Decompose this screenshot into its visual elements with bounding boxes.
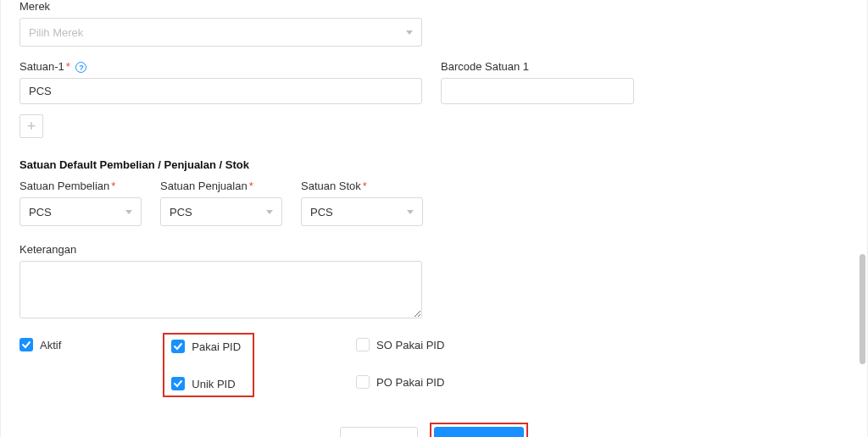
chevron-down-icon [266,210,273,214]
section-defaults-title: Satuan Default Pembelian / Penjualan / S… [19,158,849,171]
po-pakai-pid-checkbox-item[interactable]: PO Pakai PID [356,375,444,389]
pakai-pid-checkbox [171,340,185,353]
chevron-down-icon [406,30,413,35]
chevron-down-icon [407,210,414,214]
save-button-highlight: Simpan [430,423,528,437]
unik-pid-checkbox-item[interactable]: Unik PID [171,377,241,390]
po-pakai-pid-checkbox [356,375,370,389]
satuan1-label: Satuan-1* ? [19,60,422,73]
barcode1-input[interactable] [441,78,634,104]
merek-placeholder: Pilih Merek [29,26,83,39]
barcode1-label: Barcode Satuan 1 [441,60,634,73]
satuan1-input[interactable] [19,78,422,104]
so-pakai-pid-checkbox-item[interactable]: SO Pakai PID [356,338,444,351]
so-pakai-pid-label: SO Pakai PID [376,339,444,351]
pakai-pid-label: Pakai PID [192,340,241,353]
aktif-checkbox [19,338,33,351]
unik-pid-label: Unik PID [192,378,235,390]
pakai-pid-checkbox-item[interactable]: Pakai PID [171,340,241,353]
merek-label: Merek [19,0,849,13]
so-pakai-pid-checkbox [356,338,370,351]
unik-pid-checkbox [171,377,185,390]
satuan-penjualan-select[interactable]: PCS [160,197,282,226]
aktif-checkbox-item[interactable]: Aktif [19,338,61,351]
satuan-stok-select[interactable]: PCS [301,197,423,226]
aktif-label: Aktif [40,339,61,351]
satuan-stok-value: PCS [310,206,333,218]
save-button[interactable]: Simpan [434,427,524,437]
satuan-stok-label: Satuan Stok* [301,180,423,192]
po-pakai-pid-label: PO Pakai PID [376,376,444,389]
satuan-pembelian-select[interactable]: PCS [19,197,142,226]
help-icon[interactable]: ? [75,62,86,73]
chevron-down-icon [125,210,132,214]
satuan-pembelian-value: PCS [29,206,52,218]
check-icon [21,340,31,350]
keterangan-label: Keterangan [19,243,849,256]
scrollbar[interactable] [860,254,865,364]
satuan-penjualan-value: PCS [170,206,192,218]
add-satuan-button[interactable]: + [19,114,43,138]
merek-select[interactable]: Pilih Merek [19,18,422,47]
satuan-pembelian-label: Satuan Pembelian* [19,180,142,192]
plus-icon: + [27,118,36,136]
keterangan-textarea[interactable] [19,261,422,318]
check-icon [173,341,183,351]
satuan-penjualan-label: Satuan Penjualan* [160,180,282,192]
check-icon [173,379,183,389]
cancel-button[interactable]: Batal [340,427,418,437]
